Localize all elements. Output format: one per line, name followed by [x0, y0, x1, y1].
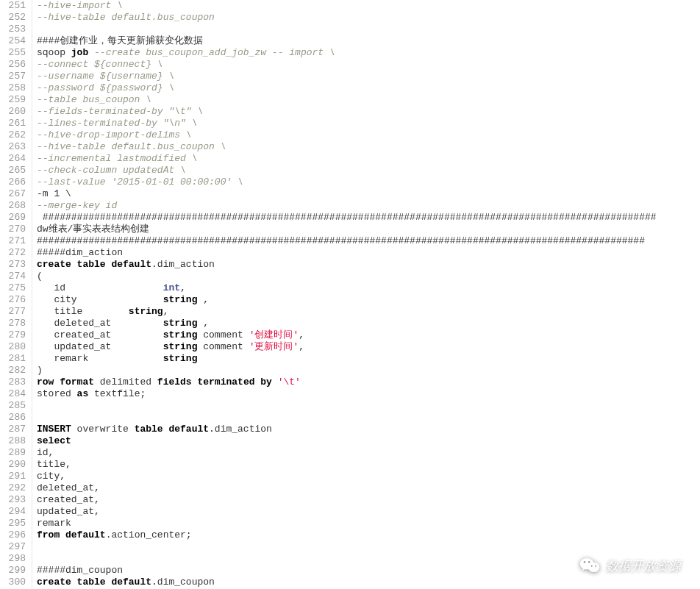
code-line: --password ${password} \	[37, 82, 700, 94]
code-line: --hive-table default.bus_coupon \	[37, 141, 700, 153]
line-number: 283	[4, 376, 26, 388]
code-line: sqoop job --create bus_coupon_add_job_zw…	[37, 47, 700, 59]
line-number: 256	[4, 59, 26, 71]
code-line	[37, 24, 700, 35]
code-line: id,	[37, 447, 700, 459]
line-number: 293	[4, 494, 26, 506]
code-area: --hive-import \--hive-table default.bus_…	[32, 0, 700, 588]
code-line: --last-value '2015-01-01 00:00:00' \	[37, 176, 700, 188]
line-number: 265	[4, 165, 26, 176]
line-number: 282	[4, 365, 26, 376]
line-number: 255	[4, 47, 26, 59]
line-number: 252	[4, 12, 26, 24]
wechat-icon	[579, 557, 600, 574]
code-line: --username ${username} \	[37, 71, 700, 82]
watermark: 数据开放资源	[579, 557, 681, 574]
line-number: 289	[4, 447, 26, 459]
code-line: id int,	[37, 282, 700, 294]
code-editor: 2512522532542552562572582592602612622632…	[0, 0, 700, 588]
code-line: title string,	[37, 306, 700, 318]
code-line: updated_at,	[37, 506, 700, 518]
code-line: --fields-terminated-by "\t" \	[37, 106, 700, 118]
svg-point-5	[595, 565, 596, 567]
code-line: --table bus_coupon \	[37, 94, 700, 106]
line-number: 263	[4, 141, 26, 153]
line-number: 281	[4, 353, 26, 365]
line-number: 271	[4, 235, 26, 247]
line-number: 290	[4, 459, 26, 471]
code-line: select	[37, 435, 700, 447]
code-line: --incremental lastmodified \	[37, 153, 700, 165]
line-number: 268	[4, 200, 26, 212]
line-number: 298	[4, 553, 26, 565]
code-line: INSERT overwrite table default.dim_actio…	[37, 424, 700, 435]
line-number: 275	[4, 282, 26, 294]
line-number: 264	[4, 153, 26, 165]
code-line: --lines-terminated-by "\n" \	[37, 118, 700, 129]
code-line: remark string	[37, 353, 700, 365]
line-number: 274	[4, 271, 26, 282]
code-line: ########################################…	[37, 235, 700, 247]
code-line	[37, 412, 700, 424]
code-line: ########################################…	[37, 212, 700, 224]
line-number: 286	[4, 412, 26, 424]
code-line: row format delimited fields terminated b…	[37, 376, 700, 388]
line-number: 267	[4, 188, 26, 200]
line-number: 276	[4, 294, 26, 306]
code-line: create table default.dim_coupon	[37, 576, 700, 588]
line-number-gutter: 2512522532542552562572582592602612622632…	[0, 0, 32, 588]
line-number: 266	[4, 176, 26, 188]
code-line: updated_at string comment '更新时间',	[37, 341, 700, 353]
line-number: 278	[4, 318, 26, 329]
code-line: create table default.dim_action	[37, 259, 700, 271]
line-number: 284	[4, 388, 26, 400]
code-line: dw维表/事实表表结构创建	[37, 224, 700, 235]
code-line: )	[37, 365, 700, 376]
line-number: 259	[4, 94, 26, 106]
line-number: 297	[4, 541, 26, 553]
code-line: created_at,	[37, 494, 700, 506]
line-number: 291	[4, 471, 26, 482]
line-number: 258	[4, 82, 26, 94]
svg-point-1	[588, 563, 600, 572]
line-number: 287	[4, 424, 26, 435]
code-line: city,	[37, 471, 700, 482]
line-number: 299	[4, 565, 26, 576]
line-number: 261	[4, 118, 26, 129]
line-number: 288	[4, 435, 26, 447]
line-number: 260	[4, 106, 26, 118]
code-line: --hive-import \	[37, 0, 700, 12]
line-number: 296	[4, 529, 26, 541]
line-number: 251	[4, 0, 26, 12]
code-line: title,	[37, 459, 700, 471]
code-line	[37, 541, 700, 553]
line-number: 292	[4, 482, 26, 494]
svg-point-2	[584, 561, 585, 563]
code-line: --connect ${connect} \	[37, 59, 700, 71]
line-number: 272	[4, 247, 26, 259]
line-number: 253	[4, 24, 26, 35]
code-line: --check-column updatedAt \	[37, 165, 700, 176]
line-number: 295	[4, 518, 26, 529]
code-line: -m 1 \	[37, 188, 700, 200]
line-number: 273	[4, 259, 26, 271]
line-number: 257	[4, 71, 26, 82]
line-number: 277	[4, 306, 26, 318]
line-number: 269	[4, 212, 26, 224]
code-line: --hive-table default.bus_coupon	[37, 12, 700, 24]
line-number: 262	[4, 129, 26, 141]
line-number: 285	[4, 400, 26, 412]
svg-point-3	[588, 561, 590, 563]
line-number: 279	[4, 329, 26, 341]
watermark-text: 数据开放资源	[606, 557, 681, 574]
code-line: stored as textfile;	[37, 388, 700, 400]
code-line: created_at string comment '创建时间',	[37, 329, 700, 341]
code-line: --hive-drop-import-delims \	[37, 129, 700, 141]
code-line: deleted_at,	[37, 482, 700, 494]
line-number: 270	[4, 224, 26, 235]
svg-point-4	[591, 565, 593, 567]
code-line: from default.action_center;	[37, 529, 700, 541]
line-number: 294	[4, 506, 26, 518]
code-line: #####dim_action	[37, 247, 700, 259]
code-line: ####创建作业，每天更新捕获变化数据	[37, 35, 700, 47]
